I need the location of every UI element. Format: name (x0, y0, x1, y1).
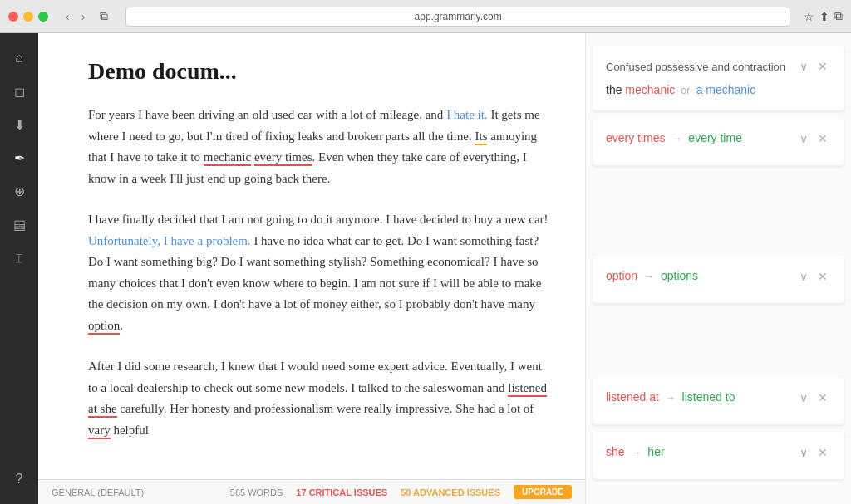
suggestion-expand-2[interactable]: ∨ (796, 130, 811, 147)
vary-error[interactable]: vary (88, 423, 111, 439)
download-icon: ⬇ (14, 117, 25, 133)
new-tab-button[interactable]: ⧉ (834, 9, 843, 23)
suggestion-dismiss-1[interactable]: ✕ (814, 58, 831, 75)
suggestion-actions-1: ∨ ✕ (796, 58, 831, 75)
bookmark-button[interactable]: ☆ (804, 10, 814, 23)
her-to[interactable]: her (647, 445, 664, 458)
traffic-lights (8, 12, 48, 22)
options-to[interactable]: options (661, 269, 698, 282)
sidebar-item-document[interactable]: ◻ (4, 76, 34, 106)
suggestion-expand-3[interactable]: ∨ (796, 268, 811, 285)
suggestion-title-1: Confused possessive and contraction (606, 61, 785, 73)
its-error[interactable]: Its (475, 130, 487, 145)
suggestion-body-1: the mechanic or a mechanic (606, 81, 831, 99)
sidebar: ⌂ ◻ ⬇ ✒ ⊕ ▤ ⌶ ? (0, 33, 38, 504)
advanced-issues: 50 ADVANCED ISSUES (401, 487, 500, 497)
close-button[interactable] (8, 12, 18, 22)
every-time-to[interactable]: every time (688, 131, 742, 144)
browser-chrome: ‹ › ⧉ app.grammarly.com ☆ ⬆ ⧉ (0, 0, 851, 33)
document-body: For years I have been driving an old use… (88, 105, 552, 441)
document-title: Demo docum... (88, 58, 552, 85)
arrow-3: → (644, 271, 654, 282)
nav-buttons: ‹ › (61, 8, 89, 25)
browser-actions: ☆ ⬆ ⧉ (804, 9, 843, 23)
status-bar: GENERAL (DEFAULT) 565 WORDS 17 CRITICAL … (38, 479, 585, 504)
suggestion-body-3: option → options (606, 267, 698, 285)
suggestion-expand-4[interactable]: ∨ (796, 389, 811, 406)
share-button[interactable]: ⬆ (819, 10, 829, 23)
suggestion-header-1: Confused possessive and contraction ∨ ✕ (606, 58, 831, 75)
sidebar-item-pen[interactable]: ✒ (4, 143, 34, 173)
every-times-error[interactable]: every times (254, 150, 312, 166)
suggestion-card-4: listened at → listened to ∨ ✕ (593, 377, 844, 425)
suggestion-card-1: Confused possessive and contraction ∨ ✕ … (593, 46, 844, 111)
suggestion-dismiss-3[interactable]: ✕ (814, 268, 831, 285)
text-blue-1: I hate it. (446, 108, 488, 121)
arrow-4: → (666, 392, 676, 404)
suggestion-header-5: she → her ∨ ✕ (606, 443, 831, 461)
tab-view-button[interactable]: ⧉ (96, 7, 112, 25)
app-layout: ⌂ ◻ ⬇ ✒ ⊕ ▤ ⌶ ? Demo docum... For years (0, 33, 851, 504)
suggestion-dismiss-4[interactable]: ✕ (814, 389, 831, 406)
sidebar-item-download[interactable]: ⬇ (4, 110, 34, 139)
suggestion-dismiss-5[interactable]: ✕ (814, 444, 831, 461)
suggestion-card-5: she → her ∨ ✕ (593, 432, 844, 480)
listened-at-from: listened at (606, 390, 659, 404)
suggestion-actions-4: ∨ ✕ (796, 389, 831, 406)
paragraph-2: I have finally decided that I am not goi… (88, 209, 552, 336)
sidebar-item-search[interactable]: ⊕ (4, 176, 34, 206)
suggestion-body-5: she → her (606, 443, 665, 461)
listened-at-error[interactable]: listened at she (88, 381, 547, 418)
or-label-1: or (678, 85, 692, 96)
mechanic-error[interactable]: mechanic (204, 150, 251, 166)
word-count: 565 WORDS (230, 487, 283, 497)
maximize-button[interactable] (38, 12, 48, 22)
help-icon: ? (16, 472, 23, 487)
mechanic-label-1: the (606, 83, 625, 96)
forward-button[interactable]: › (77, 8, 90, 25)
table-icon: ▤ (13, 217, 26, 232)
option-from: option (606, 269, 637, 282)
url-display: app.grammarly.com (415, 11, 502, 22)
suggestion-dismiss-2[interactable]: ✕ (814, 130, 831, 147)
sidebar-item-home[interactable]: ⌂ (4, 43, 34, 73)
sidebar-item-table[interactable]: ▤ (4, 209, 34, 239)
sidebar-item-help[interactable]: ? (4, 464, 34, 494)
she-from: she (606, 445, 625, 458)
suggestion-body-4: listened at → listened to (606, 389, 735, 406)
suggestion-card-3: option → options ∨ ✕ (593, 256, 844, 304)
paragraph-1: For years I have been driving an old use… (88, 105, 552, 189)
spacer-1 (586, 173, 851, 256)
status-general: GENERAL (DEFAULT) (52, 487, 144, 497)
spacer-2 (586, 311, 851, 377)
suggestion-actions-3: ∨ ✕ (796, 268, 831, 285)
suggestion-header-2: every times → every time ∨ ✕ (606, 130, 831, 147)
tool-icon: ⌶ (16, 252, 22, 264)
search-icon: ⊕ (14, 183, 25, 199)
sidebar-item-tool[interactable]: ⌶ (4, 242, 34, 272)
every-times-from: every times (606, 131, 666, 144)
suggestion-actions-2: ∨ ✕ (796, 130, 831, 147)
suggestion-body-2: every times → every time (606, 130, 742, 147)
listened-to-to[interactable]: listened to (682, 390, 735, 404)
suggestion-expand-5[interactable]: ∨ (796, 444, 811, 461)
a-mechanic-suggestion[interactable]: a mechanic (696, 83, 756, 96)
option-error[interactable]: option (88, 319, 120, 335)
suggestion-card-2: every times → every time ∨ ✕ (593, 118, 844, 166)
right-panel: Confused possessive and contraction ∨ ✕ … (585, 33, 851, 504)
critical-issues: 17 CRITICAL ISSUES (296, 487, 387, 497)
upgrade-button[interactable]: UPGRADE (514, 485, 572, 499)
mechanic-error-word: mechanic (625, 83, 675, 96)
pen-icon: ✒ (14, 150, 25, 166)
suggestion-header-4: listened at → listened to ∨ ✕ (606, 389, 831, 406)
arrow-2: → (671, 133, 681, 144)
back-button[interactable]: ‹ (61, 8, 74, 25)
minimize-button[interactable] (23, 12, 33, 22)
paragraph-3: After I did some research, I knew that I… (88, 356, 552, 441)
document-icon: ◻ (14, 84, 25, 100)
status-left: GENERAL (DEFAULT) (52, 487, 144, 497)
main-content: Demo docum... For years I have been driv… (38, 33, 585, 504)
address-bar[interactable]: app.grammarly.com (125, 7, 790, 27)
suggestion-expand-1[interactable]: ∨ (796, 58, 811, 75)
text-blue-2: Unfortunately, I have a problem. (88, 234, 251, 247)
